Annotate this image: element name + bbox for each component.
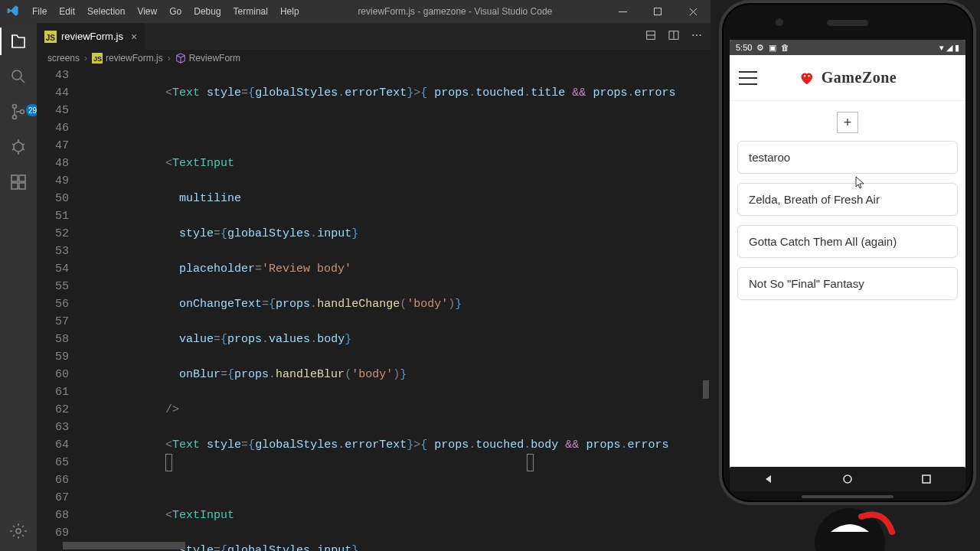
- maximize-button[interactable]: [640, 0, 675, 23]
- trash-icon: 🗑: [781, 43, 789, 52]
- extensions-icon[interactable]: [8, 171, 29, 193]
- tab-bar: JS reviewForm.js ×: [37, 23, 710, 50]
- app-header: GameZone: [730, 55, 965, 101]
- js-file-icon: JS: [44, 31, 57, 43]
- menu-edit[interactable]: Edit: [53, 6, 81, 17]
- activity-bar: 29: [0, 23, 37, 551]
- code-content[interactable]: <Text style={globalStyles.errorText}>{ p…: [83, 67, 710, 551]
- heart-logo-icon: [799, 70, 815, 86]
- menu-help[interactable]: Help: [274, 6, 305, 17]
- menu-view[interactable]: View: [131, 6, 163, 17]
- breadcrumb-symbol[interactable]: ReviewForm: [189, 53, 240, 64]
- titlebar: File Edit Selection View Go Debug Termin…: [0, 0, 710, 23]
- compare-changes-icon[interactable]: [645, 29, 657, 44]
- tab-reviewform[interactable]: JS reviewForm.js ×: [37, 23, 145, 50]
- svg-rect-0: [619, 11, 627, 12]
- android-emulator: 5:50 ⚙ ▣ 🗑 ▾ ◢ ▮ GameZone + testaroo Zel…: [719, 0, 976, 505]
- svg-point-17: [804, 75, 805, 77]
- svg-point-5: [21, 110, 24, 114]
- svg-rect-8: [19, 175, 25, 181]
- menu-terminal[interactable]: Terminal: [227, 6, 274, 17]
- more-actions-icon[interactable]: [691, 29, 703, 44]
- close-button[interactable]: [675, 0, 710, 23]
- android-statusbar: 5:50 ⚙ ▣ 🗑 ▾ ◢ ▮: [730, 40, 965, 55]
- hamburger-menu-icon[interactable]: [739, 71, 757, 85]
- wifi-icon: ▾: [939, 43, 944, 53]
- svg-point-3: [13, 105, 17, 109]
- svg-point-18: [808, 75, 809, 77]
- vertical-scrollbar[interactable]: [703, 380, 709, 399]
- source-control-icon[interactable]: 29: [8, 101, 29, 122]
- svg-point-19: [844, 475, 851, 483]
- review-card[interactable]: Zelda, Breath of Fresh Air: [737, 183, 958, 216]
- review-card[interactable]: Not So "Final" Fantasy: [737, 267, 958, 300]
- vscode-window: File Edit Selection View Go Debug Termin…: [0, 0, 710, 551]
- svg-rect-9: [11, 183, 18, 189]
- split-editor-icon[interactable]: [668, 29, 680, 44]
- home-nav-icon[interactable]: [842, 474, 853, 484]
- signal-icon: ◢: [946, 43, 952, 53]
- js-file-icon: JS: [92, 53, 103, 64]
- svg-point-14: [692, 34, 694, 36]
- app-body: + testaroo Zelda, Breath of Fresh Air Go…: [730, 101, 965, 470]
- menu-file[interactable]: File: [26, 6, 53, 17]
- explorer-icon[interactable]: [8, 31, 29, 52]
- stack-icon: ▣: [769, 43, 776, 53]
- svg-rect-20: [923, 475, 930, 483]
- breadcrumb[interactable]: screens › JS reviewForm.js › ReviewForm: [37, 50, 710, 67]
- add-review-button[interactable]: +: [837, 112, 858, 133]
- menu-selection[interactable]: Selection: [81, 6, 131, 17]
- svg-point-2: [12, 70, 21, 80]
- svg-rect-10: [19, 183, 25, 189]
- svg-point-16: [700, 34, 701, 36]
- app-title: GameZone: [822, 69, 897, 86]
- svg-rect-1: [655, 8, 662, 15]
- svg-point-11: [16, 529, 21, 533]
- review-card[interactable]: Gotta Catch Them All (again): [737, 225, 958, 258]
- settings-gear-icon[interactable]: [8, 520, 29, 542]
- menubar: File Edit Selection View Go Debug Termin…: [26, 6, 305, 17]
- svg-point-4: [13, 116, 17, 119]
- horizontal-scrollbar[interactable]: [83, 542, 619, 549]
- debug-icon[interactable]: [8, 136, 29, 158]
- back-nav-icon[interactable]: [763, 474, 774, 484]
- status-time: 5:50: [736, 43, 752, 52]
- svg-point-6: [14, 142, 23, 152]
- minimize-button[interactable]: [605, 0, 640, 23]
- gear-icon: ⚙: [756, 43, 764, 53]
- recents-nav-icon[interactable]: [921, 474, 932, 484]
- review-card[interactable]: testaroo: [737, 141, 958, 174]
- line-number-gutter: 4344454647484950515253545556575859606162…: [37, 67, 83, 551]
- window-title: reviewForm.js - gamezone - Visual Studio…: [305, 6, 605, 17]
- ninja-logo-icon: [789, 505, 911, 551]
- breadcrumb-file[interactable]: reviewForm.js: [106, 53, 163, 64]
- code-editor[interactable]: 4344454647484950515253545556575859606162…: [37, 67, 710, 551]
- menu-debug[interactable]: Debug: [188, 6, 227, 17]
- vscode-logo-icon: [0, 5, 26, 19]
- close-tab-icon[interactable]: ×: [128, 31, 137, 43]
- tab-filename: reviewForm.js: [61, 31, 123, 42]
- android-navbar: [730, 467, 965, 491]
- search-icon[interactable]: [8, 66, 29, 87]
- svg-point-15: [696, 34, 697, 36]
- svg-rect-7: [11, 175, 18, 181]
- battery-icon: ▮: [955, 43, 959, 53]
- menu-go[interactable]: Go: [163, 6, 188, 17]
- symbol-icon: [175, 53, 186, 64]
- breadcrumb-folder[interactable]: screens: [47, 53, 80, 64]
